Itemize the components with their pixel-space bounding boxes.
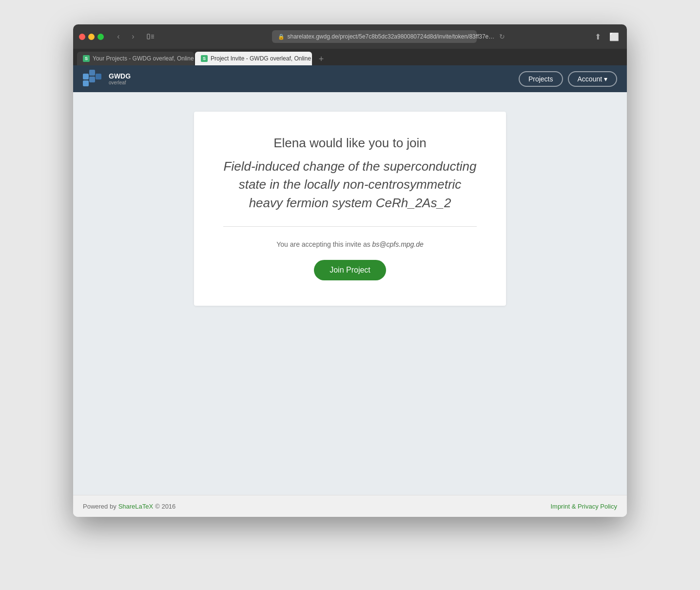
browser-tabs: S Your Projects - GWDG overleaf, Online … [73, 49, 627, 65]
page-main: Elena would like you to join Field-induc… [73, 92, 627, 495]
back-button[interactable]: ‹ [112, 30, 125, 43]
invite-headline: Elena would like you to join [223, 135, 477, 152]
app-content: GWDG overleaf Projects Account ▾ Elena w… [73, 65, 627, 517]
address-bar-wrap: 🔒 sharelatex.gwdg.de/project/5e7c8b5dc32… [161, 30, 587, 43]
projects-button[interactable]: Projects [519, 71, 563, 87]
close-button[interactable] [79, 34, 85, 40]
logo-title: GWDG [109, 72, 131, 80]
invite-card: Elena would like you to join Field-induc… [194, 112, 506, 306]
logo-subtitle: overleaf [109, 80, 131, 85]
traffic-lights [79, 34, 104, 40]
svg-rect-0 [147, 34, 150, 39]
minimize-button[interactable] [88, 34, 95, 40]
browser-titlebar: ‹ › 🔒 sharelatex.gwdg.de/project/5e7c8b5… [73, 24, 627, 49]
logo-text-block: GWDG overleaf [109, 72, 131, 86]
imprint-link[interactable]: Imprint & Privacy Policy [550, 503, 617, 510]
footer-left: Powered by ShareLaTeX © 2016 [83, 503, 175, 510]
new-tab-button[interactable]: + [315, 53, 328, 65]
sharelatex-link[interactable]: ShareLaTeX [118, 503, 154, 510]
svg-rect-6 [89, 77, 95, 82]
browser-window: ‹ › 🔒 sharelatex.gwdg.de/project/5e7c8b5… [73, 24, 627, 517]
reload-button[interactable]: ↻ [499, 33, 505, 40]
powered-by-text: Powered by [83, 503, 117, 510]
invite-subtext: You are accepting this invite as bs@cpfs… [223, 240, 477, 248]
tabs-button[interactable]: ⬜ [607, 30, 621, 43]
footer-year: © 2016 [155, 503, 175, 510]
tab-invite[interactable]: S Project Invite - GWDG overleaf, Online… [195, 52, 312, 65]
svg-rect-4 [83, 74, 89, 79]
nav-buttons: ‹ › [112, 30, 140, 43]
tab-invite-label: Project Invite - GWDG overleaf, Online L… [211, 55, 312, 62]
url-text: sharelatex.gwdg.de/project/5e7c8b5dc32a9… [288, 33, 495, 40]
app-logo: GWDG overleaf [83, 70, 131, 88]
tab-projects-label: Your Projects - GWDG overleaf, Online La… [93, 55, 194, 62]
app-navbar: GWDG overleaf Projects Account ▾ [73, 65, 627, 92]
accepting-text: You are accepting this invite as [276, 240, 370, 248]
invite-email: bs@cpfs.mpg.de [372, 240, 424, 248]
address-bar[interactable]: 🔒 sharelatex.gwdg.de/project/5e7c8b5dc32… [272, 30, 477, 43]
gwdg-logo-svg [83, 70, 105, 88]
tab-projects[interactable]: S Your Projects - GWDG overleaf, Online … [77, 52, 194, 65]
invite-project-title: Field-induced change of the superconduct… [223, 157, 477, 213]
invite-divider [223, 226, 477, 227]
browser-actions: ⬆ ⬜ [591, 30, 621, 43]
tab-favicon-projects: S [83, 55, 90, 62]
forward-button[interactable]: › [126, 30, 140, 43]
join-project-button[interactable]: Join Project [314, 260, 386, 280]
sidebar-button[interactable] [144, 30, 157, 43]
app-footer: Powered by ShareLaTeX © 2016 Imprint & P… [73, 495, 627, 517]
share-button[interactable]: ⬆ [591, 30, 604, 43]
svg-rect-8 [96, 74, 101, 79]
lock-icon: 🔒 [278, 34, 285, 40]
svg-rect-7 [83, 80, 89, 86]
maximize-button[interactable] [97, 34, 104, 40]
svg-rect-5 [89, 70, 95, 76]
account-button[interactable]: Account ▾ [568, 71, 617, 87]
tab-favicon-invite: S [201, 55, 208, 62]
footer-right: Imprint & Privacy Policy [550, 503, 617, 510]
